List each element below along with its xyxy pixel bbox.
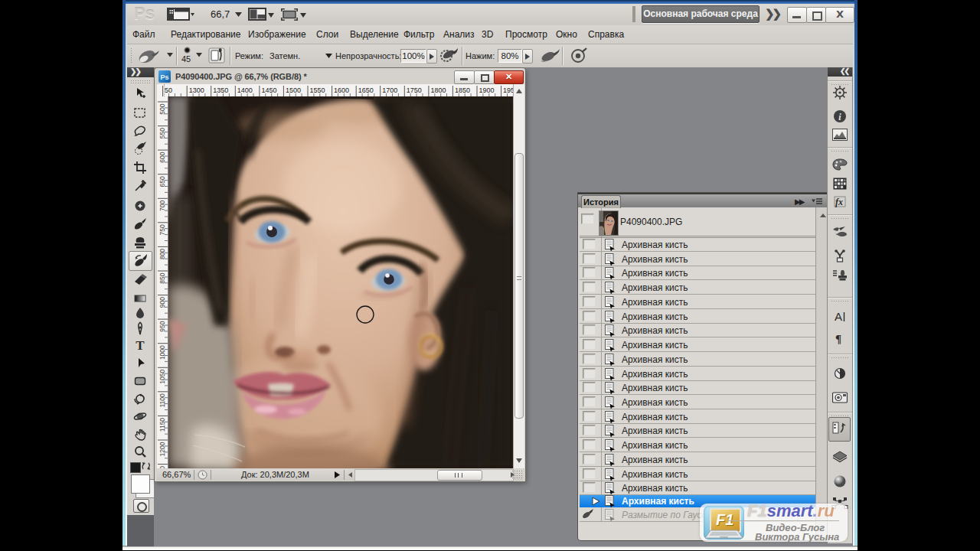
svg-text:850: 850 [158,272,166,283]
svg-text:1250: 1250 [158,466,166,468]
svg-text:50: 50 [165,86,172,94]
svg-text:1400: 1400 [237,86,253,94]
svg-text:750: 750 [158,224,166,235]
svg-text:550: 550 [158,128,166,139]
svg-text:1350: 1350 [213,86,228,94]
svg-text:1100: 1100 [158,393,166,408]
svg-text:600: 600 [158,152,166,162]
svg-text:950: 950 [158,321,166,331]
svg-text:900: 900 [158,297,166,308]
svg-text:650: 650 [158,176,166,187]
svg-text:1150: 1150 [158,418,166,432]
svg-text:700: 700 [158,201,166,211]
svg-text:1900: 1900 [479,86,495,94]
svg-text:1550: 1550 [310,86,325,94]
svg-text:A: A [835,310,842,323]
svg-text:1000: 1000 [158,345,166,360]
svg-text:500: 500 [158,103,166,114]
svg-text:1800: 1800 [430,86,446,94]
svg-text:1500: 1500 [286,86,301,94]
svg-text:Ps: Ps [160,73,168,81]
svg-text:1700: 1700 [382,86,397,94]
svg-text:1450: 1450 [261,86,276,94]
svg-text:1750: 1750 [407,86,422,94]
svg-text:1300: 1300 [189,86,204,94]
svg-text:1050: 1050 [158,370,166,384]
svg-text:1600: 1600 [334,86,349,94]
svg-text:1850: 1850 [455,86,470,94]
svg-text:1200: 1200 [158,442,166,456]
svg-text:¶: ¶ [835,333,841,345]
svg-text:1650: 1650 [358,86,374,94]
svg-text:800: 800 [158,249,166,259]
svg-text:fx: fx [835,197,843,207]
